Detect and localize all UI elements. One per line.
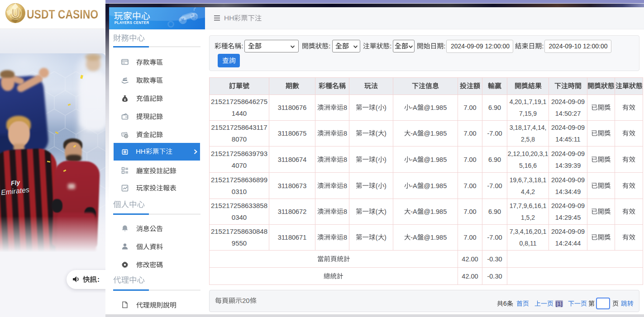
svg-text:Casino: Casino xyxy=(11,17,19,19)
